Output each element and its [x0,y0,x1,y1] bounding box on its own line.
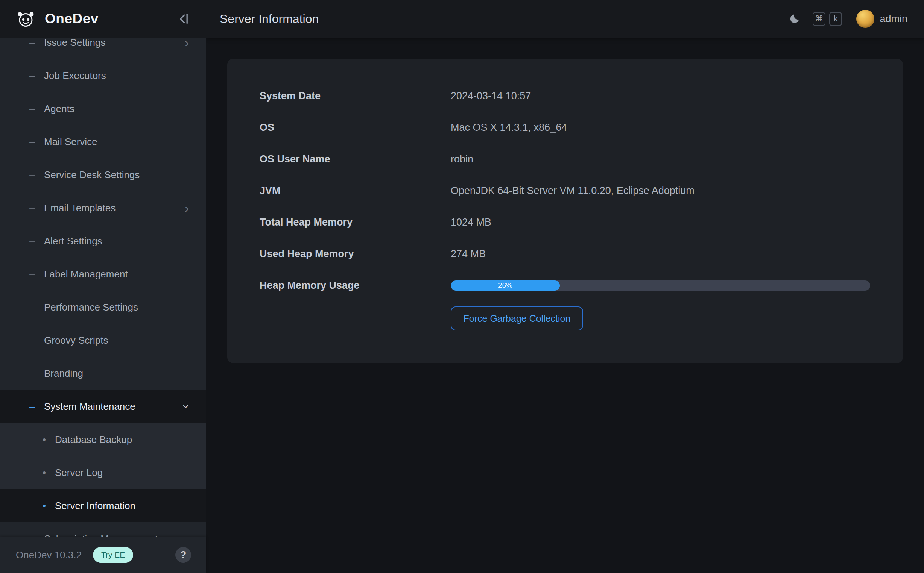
sidebar-item-label: Agents [44,103,189,115]
sidebar-footer: OneDev 10.3.2 Try EE ? [0,537,206,573]
user-menu[interactable]: admin [856,10,907,28]
info-row: OS Mac OS X 14.3.1, x86_64 [260,112,903,143]
sidebar-item-groovy-scripts[interactable]: – Groovy Scripts [0,324,206,357]
chevron-right-icon: › [185,38,189,49]
info-label: Total Heap Memory [260,216,451,228]
dash-icon: – [29,235,44,247]
dash-icon: – [29,268,44,280]
dark-mode-toggle-moon-icon[interactable] [789,13,801,25]
sidebar-item-label: Alert Settings [44,235,189,247]
app-root: OneDev – Issue Settings › – Job Executor… [0,0,924,573]
sidebar-item-system-maintenance[interactable]: – System Maintenance › [0,390,206,423]
info-value: 1024 MB [451,216,491,228]
system-maintenance-submenu: • Database Backup • Server Log • Server … [0,423,206,522]
sidebar-item-label: Email Templates [44,202,185,214]
sidebar: OneDev – Issue Settings › – Job Executor… [0,0,206,573]
sidebar-item-label: Service Desk Settings [44,169,189,181]
sidebar-item-server-information[interactable]: • Server Information [0,489,206,522]
main-area: Server Information ⌘ k admin [206,0,924,573]
heap-usage-percent-label: 26% [498,281,512,290]
info-row: JVM OpenJDK 64-Bit Server VM 11.0.20, Ec… [260,175,903,207]
sidebar-item-job-executors[interactable]: – Job Executors [0,59,206,92]
info-row: System Date 2024-03-14 10:57 [260,80,903,112]
sidebar-item-alert-settings[interactable]: – Alert Settings [0,224,206,258]
chevron-right-icon: › [185,202,189,214]
sidebar-item-agents[interactable]: – Agents [0,92,206,125]
dash-icon: – [29,335,44,346]
sidebar-item-issue-settings[interactable]: – Issue Settings › [0,38,206,59]
username-label: admin [880,13,907,25]
sidebar-item-branding[interactable]: – Branding [0,357,206,390]
k-key-icon: k [829,12,842,26]
sidebar-item-label: Groovy Scripts [44,335,189,346]
onedev-logo-icon [16,9,36,29]
dash-icon: – [29,302,44,313]
sidebar-item-service-desk-settings[interactable]: – Service Desk Settings [0,158,206,191]
bullet-icon: • [42,500,55,512]
sidebar-item-label: Issue Settings [44,38,185,49]
sidebar-item-label: Server Information [55,500,206,512]
help-icon[interactable]: ? [175,547,191,563]
sidebar-item-server-log[interactable]: • Server Log [0,456,206,489]
bullet-icon: • [42,467,55,479]
info-value: 274 MB [451,248,486,260]
dash-icon: – [29,533,44,537]
sidebar-item-label: Label Management [44,268,189,280]
dash-icon: – [29,38,44,49]
dash-icon: – [29,103,44,115]
info-value: 2024-03-14 10:57 [451,90,531,102]
info-label: Used Heap Memory [260,248,451,260]
topbar-right: ⌘ k admin [789,10,907,28]
sidebar-item-label: Performance Settings [44,302,189,313]
info-label: Heap Memory Usage [260,280,451,291]
info-value: Mac OS X 14.3.1, x86_64 [451,122,567,133]
sidebar-item-database-backup[interactable]: • Database Backup [0,423,206,456]
info-label: OS User Name [260,153,451,165]
dash-icon: – [29,202,44,214]
heap-usage-progressbar: 26% [451,280,870,291]
info-value: robin [451,153,473,165]
sidebar-item-label: Database Backup [55,434,206,446]
info-label: OS [260,122,451,133]
page-title: Server Information [220,12,318,26]
dash-icon: – [29,136,44,148]
info-row: Used Heap Memory 274 MB [260,238,903,269]
heap-usage-row: Heap Memory Usage 26% [260,269,903,301]
version-label: OneDev 10.3.2 [16,549,82,561]
command-palette-shortcut[interactable]: ⌘ k [813,12,846,26]
sidebar-item-label: System Maintenance [44,401,185,412]
sidebar-item-label: Branding [44,368,189,379]
sidebar-nav: – Issue Settings › – Job Executors – Age… [0,38,206,537]
sidebar-item-label: Server Log [55,467,206,479]
info-value: OpenJDK 64-Bit Server VM 11.0.20, Eclips… [451,185,695,197]
topbar: Server Information ⌘ k admin [206,0,924,38]
info-label: System Date [260,90,451,102]
info-row: Total Heap Memory 1024 MB [260,207,903,238]
sidebar-item-mail-service[interactable]: – Mail Service [0,125,206,158]
heap-usage-progress-fill: 26% [451,280,560,291]
sidebar-item-label: Job Executors [44,70,189,81]
sidebar-item-email-templates[interactable]: – Email Templates › [0,191,206,224]
dash-icon: – [29,70,44,81]
sidebar-item-subscription-management[interactable]: – Subscription Management [0,522,206,537]
bullet-icon: • [42,434,55,446]
info-label: JVM [260,185,451,197]
sidebar-item-label: Subscription Management [44,533,189,537]
content-area: System Date 2024-03-14 10:57 OS Mac OS X… [206,38,924,573]
sidebar-item-performance-settings[interactable]: – Performance Settings [0,291,206,324]
try-ee-badge[interactable]: Try EE [93,547,133,563]
command-key-icon: ⌘ [813,12,825,26]
sidebar-item-label: Mail Service [44,136,189,148]
sidebar-header: OneDev [0,0,206,38]
brand-name: OneDev [45,11,99,27]
sidebar-item-label-management[interactable]: – Label Management [0,258,206,291]
chevron-down-icon: › [180,404,193,408]
dash-icon: – [29,169,44,181]
collapse-sidebar-button[interactable] [176,11,191,26]
brand[interactable]: OneDev [16,9,99,29]
force-garbage-collection-button[interactable]: Force Garbage Collection [451,307,583,330]
dash-icon: – [29,401,44,412]
info-row: OS User Name robin [260,143,903,175]
avatar [856,10,874,28]
server-info-card: System Date 2024-03-14 10:57 OS Mac OS X… [227,59,903,363]
